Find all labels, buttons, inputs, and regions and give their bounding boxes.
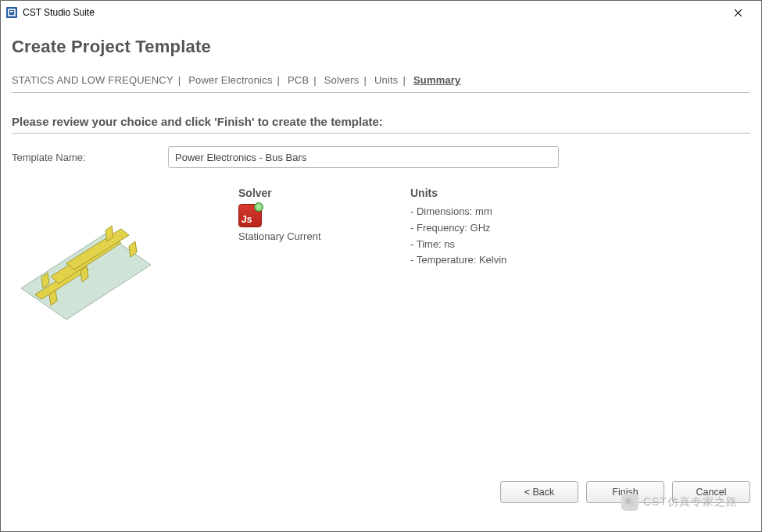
breadcrumb-item[interactable]: Power Electronics	[188, 74, 272, 86]
svg-rect-0	[6, 7, 17, 18]
units-row: Time: ns	[410, 237, 506, 253]
template-name-input[interactable]	[168, 146, 559, 168]
breadcrumb: STATICS AND LOW FREQUENCY| Power Electro…	[12, 74, 750, 93]
window-close-button[interactable]	[721, 1, 755, 24]
template-preview	[12, 187, 207, 327]
solver-column: Solver Js Stationary Current	[238, 187, 356, 327]
solver-title: Solver	[238, 187, 356, 199]
units-row: Temperature: Kelvin	[410, 252, 506, 269]
units-row: Dimensions: mm	[410, 204, 506, 220]
window-title: CST Studio Suite	[23, 7, 95, 18]
breadcrumb-item[interactable]: PCB	[288, 74, 309, 86]
instruction-text: Please review your choice and click 'Fin…	[12, 115, 750, 134]
breadcrumb-item-active[interactable]: Summary	[413, 74, 461, 86]
titlebar: CST Studio Suite	[1, 1, 761, 24]
busbar-icon	[12, 202, 152, 327]
breadcrumb-item[interactable]: Solvers	[324, 74, 360, 86]
back-button[interactable]: < Back	[500, 481, 578, 503]
solver-name: Stationary Current	[238, 230, 356, 242]
template-name-label: Template Name:	[12, 152, 168, 163]
page-title: Create Project Template	[12, 37, 750, 57]
cancel-button[interactable]: Cancel	[672, 481, 750, 503]
breadcrumb-item[interactable]: STATICS AND LOW FREQUENCY	[12, 74, 174, 86]
units-column: Units Dimensions: mm Frequency: GHz Time…	[410, 187, 506, 327]
solver-icon: Js	[238, 204, 262, 227]
svg-rect-2	[10, 11, 13, 12]
units-row: Frequency: GHz	[410, 220, 506, 237]
units-title: Units	[410, 187, 506, 199]
finish-button[interactable]: Finish	[586, 481, 664, 503]
breadcrumb-item[interactable]: Units	[374, 74, 399, 86]
app-icon	[5, 6, 18, 19]
